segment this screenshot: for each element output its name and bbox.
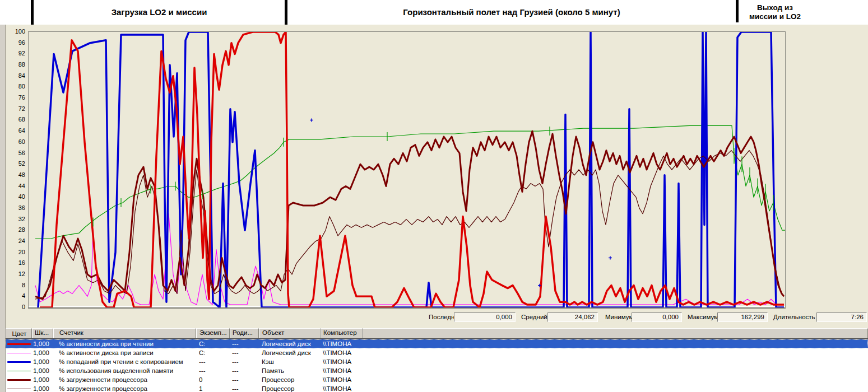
- scale-cell: 1,000: [32, 349, 53, 356]
- column-header-computer[interactable]: Компьютер: [321, 328, 363, 338]
- color-swatch-cell: [6, 353, 32, 353]
- parent-cell: ---: [230, 385, 259, 392]
- phase2-label: Горизонтальный полет над Грузией (около …: [287, 0, 736, 25]
- computer-cell: \\TIMOHA: [321, 349, 363, 356]
- phase3-label: Выход из миссии и LO2: [739, 0, 811, 25]
- stat-avg-value: 24,062: [547, 312, 598, 322]
- stat-max-label: Максимум: [688, 314, 718, 320]
- counter-cell: % активности диска при записи: [53, 349, 196, 356]
- table-row[interactable]: 1,000 % использования выделенной памяти …: [6, 366, 868, 375]
- color-swatch-cell: [6, 343, 32, 345]
- y-axis-tick-label: 64: [18, 127, 25, 134]
- series-memory: [35, 125, 785, 239]
- y-axis-tick-label: 68: [18, 116, 25, 123]
- computer-cell: \\TIMOHA: [321, 358, 363, 365]
- parent-cell: ---: [230, 358, 259, 365]
- y-axis-tick-label: 0: [22, 304, 25, 310]
- column-header-scale[interactable]: Шк...: [32, 328, 53, 338]
- series-color-swatch: [7, 343, 31, 345]
- counter-cell: % загруженности процессора: [53, 385, 196, 392]
- y-axis-tick-label: 4: [22, 292, 25, 299]
- column-header-object[interactable]: Объект: [259, 328, 321, 338]
- counter-cell: % использования выделенной памяти: [53, 367, 196, 374]
- chart-plot-area: [28, 31, 786, 309]
- series-color-swatch: [7, 379, 31, 381]
- chart-series-canvas: [29, 32, 785, 307]
- instance-cell: 1: [196, 385, 230, 392]
- counter-cell: % активности диска при чтении: [53, 340, 196, 347]
- scale-cell: 1,000: [32, 376, 53, 383]
- instance-cell: 0: [196, 376, 230, 383]
- y-axis-tick-label: 16: [18, 259, 25, 266]
- y-axis-tick-label: 60: [18, 138, 25, 145]
- scale-cell: 1,000: [32, 367, 53, 374]
- counter-cell: % загруженности процессора: [53, 376, 196, 383]
- stat-last-value: 0,000: [454, 312, 516, 322]
- y-axis-tick-label: 88: [18, 61, 25, 68]
- counter-table: Цвет Шк... Счетчик Экземп... Роди... Объ…: [6, 328, 868, 392]
- color-swatch-cell: [6, 361, 32, 363]
- computer-cell: \\TIMOHA: [321, 385, 363, 392]
- y-axis-tick-label: 84: [18, 72, 25, 79]
- parent-cell: ---: [230, 376, 259, 383]
- computer-cell: \\TIMOHA: [321, 376, 363, 383]
- y-axis-tick-label: 40: [18, 193, 25, 200]
- table-row[interactable]: 1,000 % попаданий при чтении с копирован…: [6, 357, 868, 366]
- parent-cell: ---: [230, 340, 259, 347]
- table-row[interactable]: 1,000 % активности диска при чтении C: -…: [6, 339, 868, 348]
- column-header-filler: [363, 328, 868, 338]
- object-cell: Логический диск: [259, 349, 321, 356]
- y-axis-tick-label: 8: [22, 282, 25, 288]
- color-swatch-cell: [6, 379, 32, 381]
- y-axis-tick-label: 52: [18, 160, 25, 167]
- series-color-swatch: [7, 389, 31, 389]
- parent-cell: ---: [230, 349, 259, 356]
- stat-min-value: 0,000: [632, 312, 682, 322]
- series-color-swatch: [7, 371, 31, 371]
- y-axis-tick-label: 100: [15, 28, 25, 35]
- stat-duration-value: 7:26: [816, 312, 867, 322]
- parent-cell: ---: [230, 367, 259, 374]
- series-cpu-1: [35, 151, 784, 300]
- series-disk-read: [40, 32, 784, 307]
- y-axis-tick-label: 56: [18, 150, 25, 156]
- y-axis-tick-label: 12: [18, 270, 25, 277]
- y-axis-tick-label: 96: [18, 39, 25, 46]
- color-swatch-cell: [6, 371, 32, 371]
- y-axis-tick-label: 36: [18, 204, 25, 211]
- instance-cell: C:: [196, 340, 230, 347]
- column-header-color[interactable]: Цвет: [6, 328, 32, 338]
- stat-max-value: 162,299: [717, 312, 768, 322]
- instance-cell: C:: [196, 349, 230, 356]
- phase1-label: Загрузка LO2 и миссии: [34, 0, 285, 25]
- y-axis-tick-label: 48: [18, 171, 25, 178]
- column-header-parent[interactable]: Роди...: [230, 328, 259, 338]
- y-axis-tick-label: 32: [18, 216, 25, 222]
- table-row[interactable]: 1,000 % активности диска при записи C: -…: [6, 348, 868, 357]
- y-axis-tick-label: 80: [18, 83, 25, 90]
- scale-cell: 1,000: [32, 385, 53, 392]
- stat-avg-label: Средний: [521, 314, 547, 320]
- y-axis-tick-label: 76: [18, 94, 25, 101]
- color-swatch-cell: [6, 389, 32, 389]
- column-header-instance[interactable]: Экземп...: [196, 328, 230, 338]
- table-row[interactable]: 1,000 % загруженности процессора 0 --- П…: [6, 375, 868, 384]
- instance-cell: ---: [196, 358, 230, 365]
- series-color-swatch: [7, 361, 31, 363]
- object-cell: Логический диск: [259, 340, 321, 347]
- y-axis-tick-label: 28: [18, 226, 25, 233]
- y-axis-tick-label: 44: [18, 183, 25, 189]
- column-header-counter[interactable]: Счетчик: [53, 328, 196, 338]
- series-color-swatch: [7, 353, 31, 353]
- series-disk-write: [35, 214, 784, 305]
- y-axis-tick-label: 20: [18, 249, 25, 255]
- scale-cell: 1,000: [32, 340, 53, 347]
- object-cell: Кэш: [259, 358, 321, 365]
- counter-table-body: 1,000 % активности диска при чтении C: -…: [6, 339, 868, 392]
- series-cpu-0: [35, 131, 784, 299]
- computer-cell: \\TIMOHA: [321, 367, 363, 374]
- table-row[interactable]: 1,000 % загруженности процессора 1 --- П…: [6, 384, 868, 392]
- y-axis-tick-label: 92: [18, 50, 25, 57]
- object-cell: Процессор: [259, 385, 321, 392]
- object-cell: Память: [259, 367, 321, 374]
